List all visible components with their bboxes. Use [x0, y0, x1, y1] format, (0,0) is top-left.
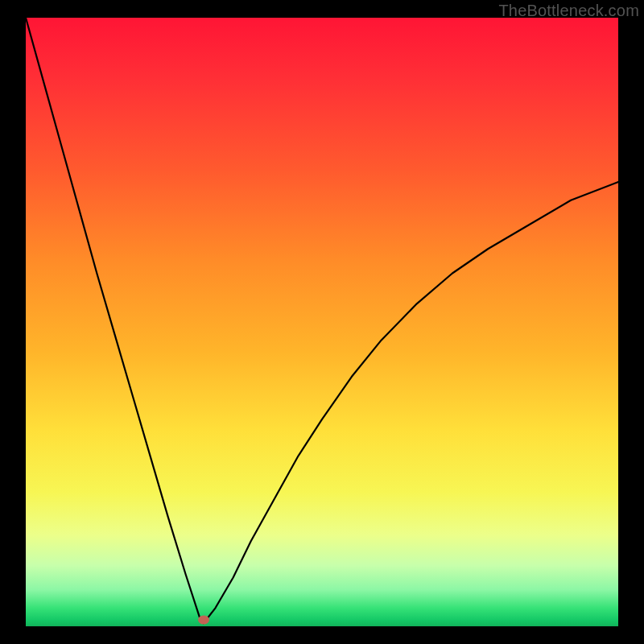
chart-frame: TheBottleneck.com	[0, 0, 644, 644]
plot-background	[26, 18, 618, 626]
valley-marker	[198, 616, 209, 625]
